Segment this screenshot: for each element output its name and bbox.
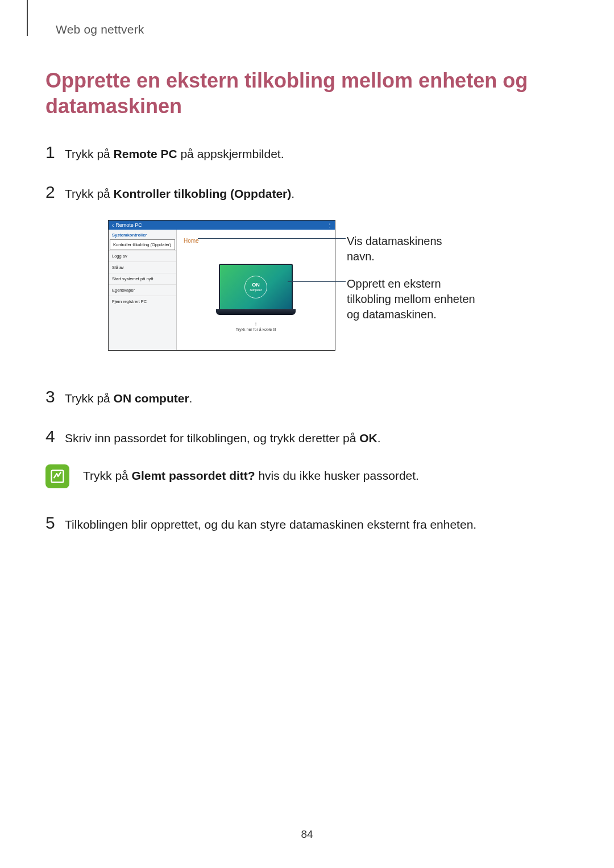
sidebar-item-remove-pc[interactable]: Fjern registrert PC — [109, 296, 176, 307]
page-number: 84 — [301, 828, 313, 841]
sidebar: Systemkontroller Kontroller tilkobling (… — [109, 230, 177, 350]
on-computer-button[interactable]: ON computer — [244, 276, 267, 298]
step-number: 1 — [45, 140, 65, 164]
back-icon[interactable]: ‹ — [112, 222, 114, 229]
sidebar-item-properties[interactable]: Egenskaper — [109, 284, 176, 296]
text: Trykk på — [65, 147, 114, 160]
sidebar-item-shutdown[interactable]: Slå av — [109, 261, 176, 273]
text: Trykk på — [83, 469, 132, 482]
step-number: 3 — [45, 385, 65, 409]
laptop-base — [216, 309, 296, 315]
callout-line — [198, 238, 346, 239]
on-label: ON — [252, 283, 260, 288]
sidebar-item-check-connection[interactable]: Kontroller tilkobling (Oppdater) — [110, 239, 175, 250]
note-text: Trykk på Glemt passordet ditt? hvis du i… — [83, 464, 419, 483]
sidebar-title: Systemkontroller — [109, 230, 176, 239]
text: . — [377, 431, 381, 445]
steps-list-final: 5 Tilkoblingen blir opprettet, og du kan… — [45, 511, 569, 535]
device-screenshot: ‹ Remote PC ⋮ Systemkontroller Kontrolle… — [108, 220, 335, 351]
page: Web og nettverk Opprette en ekstern tilk… — [0, 0, 614, 868]
text: hvis du ikke husker passordet. — [255, 469, 419, 482]
step-3: 3 Trykk på ON computer. — [45, 385, 569, 409]
step-number: 2 — [45, 180, 65, 204]
step-text: Skriv inn passordet for tilkoblingen, og… — [65, 430, 569, 446]
step-1: 1 Trykk på Remote PC på appskjermbildet. — [45, 140, 569, 164]
step-5: 5 Tilkoblingen blir opprettet, og du kan… — [45, 511, 569, 535]
note-icon — [45, 464, 69, 488]
arrow-up-icon: ↑ — [255, 321, 258, 327]
page-title: Opprette en ekstern tilkobling mellom en… — [45, 68, 569, 119]
steps-list-cont: 3 Trykk på ON computer. 4 Skriv inn pass… — [45, 385, 569, 448]
section-header: Web og nettverk — [56, 23, 569, 36]
step-number: 4 — [45, 425, 65, 448]
home-label: Home — [184, 238, 199, 244]
sidebar-item-logoff[interactable]: Logg av — [109, 250, 176, 261]
text: på appskjermbildet. — [177, 147, 284, 160]
callout-computer-name: Vis datamaskinens navn. — [347, 234, 472, 264]
laptop-illustration: ON computer — [219, 264, 293, 315]
callout-connect: Opprett en ekstern tilkobling mellom enh… — [347, 276, 483, 322]
text: Trykk på — [65, 392, 114, 405]
callout-line — [288, 281, 346, 282]
text: Trykk på — [65, 187, 114, 200]
on-sublabel: computer — [250, 288, 262, 292]
text: . — [291, 187, 294, 200]
app-header-title: Remote PC — [115, 222, 142, 228]
bold-term: Glemt passordet ditt? — [132, 469, 255, 482]
device-body: Systemkontroller Kontroller tilkobling (… — [109, 230, 335, 350]
note-box: Trykk på Glemt passordet ditt? hvis du i… — [45, 464, 569, 488]
step-text: Trykk på Kontroller tilkobling (Oppdater… — [65, 185, 569, 202]
step-number: 5 — [45, 511, 65, 535]
side-rule — [27, 0, 28, 36]
tap-hint: Trykk her for å koble til — [236, 327, 276, 331]
bold-term: OK — [359, 431, 377, 445]
step-2: 2 Trykk på Kontroller tilkobling (Oppdat… — [45, 180, 569, 204]
app-header: ‹ Remote PC ⋮ — [109, 221, 335, 230]
sidebar-item-restart[interactable]: Start systemet på nytt — [109, 273, 176, 284]
main-pane: Home ON computer ↑ Trykk her for å — [177, 230, 335, 350]
step-text: Trykk på Remote PC på appskjermbildet. — [65, 146, 569, 162]
bold-term: Kontroller tilkobling (Oppdater) — [114, 187, 292, 200]
step-text: Trykk på ON computer. — [65, 390, 569, 406]
figure: ‹ Remote PC ⋮ Systemkontroller Kontrolle… — [108, 220, 506, 368]
text: Skriv inn passordet for tilkoblingen, og… — [65, 431, 359, 445]
bold-term: Remote PC — [114, 147, 177, 160]
text: . — [189, 392, 193, 405]
steps-list: 1 Trykk på Remote PC på appskjermbildet.… — [45, 140, 569, 204]
laptop-screen: ON computer — [219, 264, 293, 309]
step-4: 4 Skriv inn passordet for tilkoblingen, … — [45, 425, 569, 448]
bold-term: ON computer — [114, 392, 189, 405]
figure-wrap: ‹ Remote PC ⋮ Systemkontroller Kontrolle… — [45, 220, 569, 368]
overflow-icon[interactable]: ⋮ — [327, 222, 331, 228]
step-text: Tilkoblingen blir opprettet, og du kan s… — [65, 516, 569, 533]
